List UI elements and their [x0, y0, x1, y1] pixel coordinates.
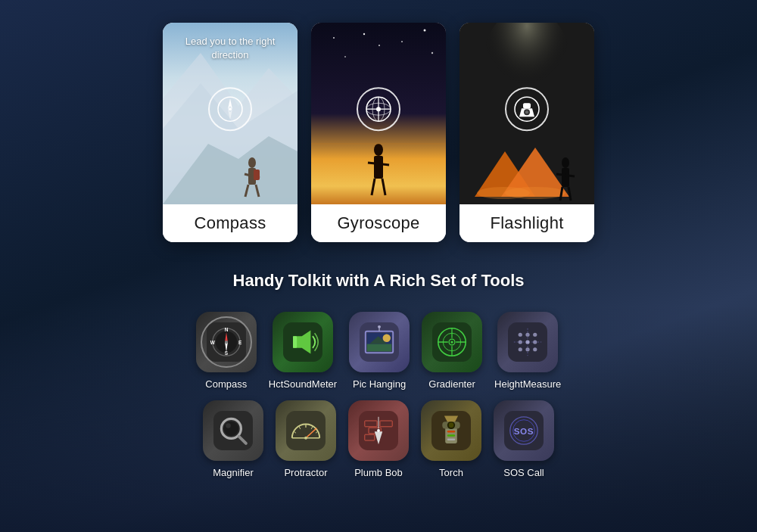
gyroscope-nav-icon: [365, 95, 392, 123]
svg-marker-10: [228, 98, 232, 109]
svg-point-66: [383, 334, 391, 342]
svg-marker-56: [225, 332, 228, 342]
gradienter-tool-icon: [422, 312, 482, 372]
sos-tool-icon: SOS: [494, 400, 554, 461]
flashlight-card-title-area: Flashlight: [459, 204, 594, 242]
svg-text:N: N: [224, 327, 228, 332]
compass-card-image: Lead you to the right direction: [163, 23, 298, 204]
toolkit-section: Handy Tolkit with A Rich Set of Tools N …: [0, 271, 757, 478]
tool-pichanging[interactable]: Pic Hanging: [349, 312, 410, 390]
svg-point-93: [224, 422, 239, 437]
tool-torch[interactable]: Torch: [421, 400, 481, 478]
torch-tool-svg: [431, 411, 471, 450]
svg-point-39: [562, 157, 569, 168]
svg-point-104: [304, 437, 307, 440]
protractor-tool-svg: [286, 411, 326, 450]
compass-tool-label: Compass: [205, 378, 247, 390]
feature-cards-row: Lead you to the right direction: [163, 23, 594, 242]
svg-point-14: [333, 37, 335, 39]
svg-marker-11: [228, 109, 232, 120]
svg-rect-45: [523, 103, 531, 108]
torch-tool-icon: [421, 400, 481, 461]
gyroscope-card-title-area: Gyroscope: [311, 204, 446, 242]
flashlight-icon-circle: [505, 87, 549, 131]
svg-point-16: [401, 41, 403, 42]
tools-row-1: N S E W Compass: [196, 312, 561, 390]
tool-plumbbob[interactable]: Plumb Bob: [348, 400, 409, 478]
tool-heightmeasure[interactable]: HeightMeasure: [494, 312, 561, 390]
toolkit-title: Handy Tolkit with A Rich Set of Tools: [233, 271, 525, 291]
tool-gradienter[interactable]: Gradienter: [422, 312, 482, 390]
svg-point-12: [229, 107, 232, 110]
gradienter-tool-svg: [432, 322, 472, 362]
svg-rect-22: [374, 156, 383, 179]
pichanging-tool-label: Pic Hanging: [353, 378, 406, 390]
compass-icon-circle: [208, 87, 252, 131]
tool-sos[interactable]: SOS SOS Call: [494, 400, 554, 478]
soundmeter-tool-svg: [283, 322, 322, 362]
svg-point-18: [344, 56, 346, 58]
svg-rect-49: [207, 322, 246, 362]
svg-rect-120: [447, 434, 455, 437]
svg-point-21: [374, 144, 383, 156]
svg-point-50: [213, 328, 240, 356]
flashlight-card-image: Light the darkness if emergency: [459, 23, 594, 204]
tool-magnifier[interactable]: Magnifier: [203, 400, 263, 478]
svg-point-69: [378, 325, 381, 328]
magnifier-tool-svg: [213, 411, 253, 450]
flashlight-card[interactable]: Light the darkness if emergency: [459, 23, 594, 242]
svg-point-82: [533, 333, 537, 337]
svg-text:W: W: [210, 340, 215, 345]
svg-point-17: [424, 30, 426, 32]
tool-protractor[interactable]: Protractor: [276, 400, 336, 478]
svg-point-15: [363, 33, 365, 35]
sos-tool-svg: SOS: [504, 411, 544, 450]
gyroscope-card-title: Gyroscope: [337, 213, 419, 232]
svg-rect-65: [367, 344, 392, 352]
heightmeasure-tool-svg: [508, 322, 547, 362]
heightmeasure-tool-icon: [497, 312, 558, 372]
gyroscope-icon-circle: [357, 87, 400, 131]
tool-compass[interactable]: N S E W Compass: [196, 312, 257, 390]
svg-point-80: [519, 333, 522, 337]
soundmeter-tool-label: HctSoundMeter: [269, 378, 337, 390]
svg-rect-8: [254, 170, 260, 180]
compass-card-title-area: Compass: [163, 204, 298, 242]
svg-point-88: [533, 347, 537, 351]
svg-point-19: [378, 45, 380, 46]
svg-point-117: [449, 423, 454, 428]
svg-point-78: [450, 341, 453, 343]
heightmeasure-tool-label: HeightMeasure: [494, 378, 561, 390]
gyroscope-card[interactable]: View VR maps and tell direction accordin…: [311, 23, 446, 242]
magnifier-tool-icon: [203, 400, 263, 461]
svg-text:S: S: [225, 350, 229, 356]
protractor-tool-icon: [276, 400, 336, 461]
svg-rect-61: [293, 336, 297, 348]
compass-tool-svg: N S E W: [207, 322, 246, 362]
compass-nav-icon: [217, 95, 244, 123]
plumbbob-tool-label: Plumb Bob: [354, 467, 403, 478]
svg-rect-40: [562, 168, 569, 187]
svg-point-86: [519, 347, 522, 351]
tool-soundmeter[interactable]: HctSoundMeter: [269, 312, 337, 390]
svg-marker-57: [225, 342, 228, 352]
pichanging-tool-icon: [349, 312, 410, 372]
svg-point-48: [525, 110, 528, 114]
tools-row-2: Magnifier: [203, 400, 554, 478]
flashlight-card-title: Flashlight: [490, 213, 563, 232]
svg-point-3: [248, 157, 256, 168]
compass-card[interactable]: Lead you to the right direction: [163, 23, 298, 242]
compass-card-title: Compass: [194, 213, 266, 232]
soundmeter-tool-icon: [273, 312, 333, 372]
magnifier-tool-label: Magnifier: [213, 467, 253, 478]
gradienter-tool-label: Gradienter: [428, 378, 475, 390]
svg-rect-119: [447, 431, 455, 433]
sos-tool-label: SOS Call: [503, 467, 544, 478]
page-wrapper: Lead you to the right direction: [0, 0, 757, 478]
svg-point-112: [377, 429, 380, 432]
svg-point-20: [431, 52, 433, 54]
svg-point-51: [215, 331, 237, 353]
plumbbob-tool-svg: [359, 411, 398, 450]
torch-tool-label: Torch: [439, 467, 463, 478]
svg-point-94: [226, 423, 231, 428]
